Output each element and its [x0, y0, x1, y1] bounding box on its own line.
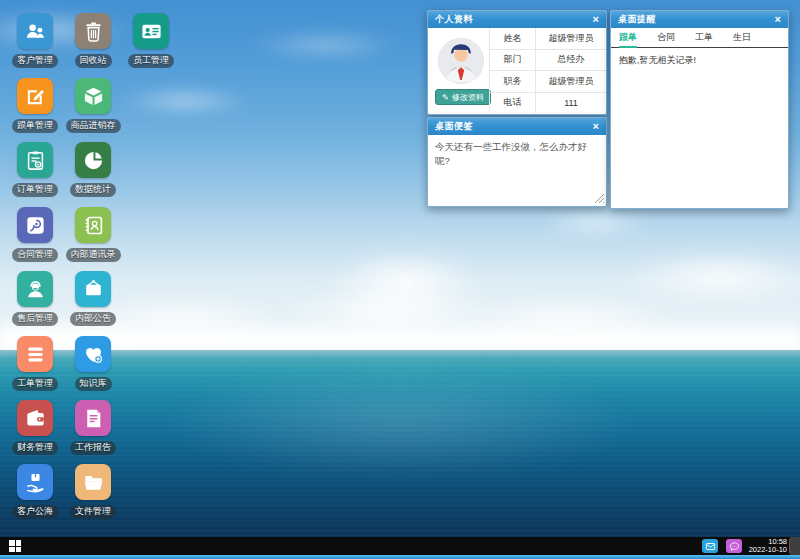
desktop-icon-contacts[interactable]: 内部通讯录 [64, 207, 122, 262]
desktop-icon-label: 员工管理 [128, 54, 174, 68]
desktop-icon-file-management[interactable]: 文件管理 [64, 464, 122, 519]
profile-field-value: 总经办 [536, 53, 606, 66]
desktop-icon-work-order[interactable]: 工单管理 [6, 336, 64, 391]
show-desktop-button[interactable] [790, 537, 800, 555]
finance-icon [17, 400, 53, 436]
profile-panel-title: 个人资料 [435, 13, 473, 26]
desktop-icon-employee-management[interactable]: 员工管理 [122, 13, 180, 68]
taskbar-date: 2022-10-10 [749, 546, 787, 554]
desktop-icon-statistics[interactable]: 数据统计 [64, 142, 122, 197]
desktop-icon-label: 客户管理 [12, 54, 58, 68]
desktop-icon-customer-management[interactable]: 客户管理 [6, 13, 64, 68]
contacts-icon [75, 207, 111, 243]
work-report-icon [75, 400, 111, 436]
desktop-icon-label: 内部通讯录 [66, 248, 121, 262]
follow-up-management-icon [17, 78, 53, 114]
profile-field-value: 超级管理员 [536, 32, 606, 45]
desktop-icon-announcement[interactable]: 内部公告 [64, 271, 122, 326]
reminder-tabs: 跟单合同工单生日 [611, 28, 788, 48]
contract-management-icon [17, 207, 53, 243]
profile-field-label: 部门 [490, 50, 536, 71]
desktop-icon-label: 跟单管理 [12, 119, 58, 133]
avatar [438, 38, 484, 84]
profile-field-row: 电话111 [490, 93, 606, 114]
profile-panel-header[interactable]: 个人资料 × [428, 11, 606, 28]
profile-field-label: 电话 [490, 93, 536, 114]
desktop-icon-recycle-bin[interactable]: 回收站 [64, 13, 122, 68]
close-icon[interactable]: × [593, 121, 599, 132]
mail-tray-icon[interactable] [702, 539, 718, 553]
profile-field-row: 姓名超级管理员 [490, 28, 606, 50]
desktop-icon-customer-pool[interactable]: 客户公海 [6, 464, 64, 519]
memo-panel-header[interactable]: 桌面便签 × [428, 118, 606, 135]
after-sales-icon [17, 271, 53, 307]
desktop-icon-label: 商品进销存 [66, 119, 121, 133]
memo-text-area[interactable]: 今天还有一些工作没做，怎么办才好呢? [428, 135, 606, 205]
desktop-screen: 客户管理回收站员工管理跟单管理商品进销存订单管理数据统计合同管理内部通讯录售后管… [0, 0, 800, 559]
edit-profile-button[interactable]: ✎ 修改资料 [435, 89, 491, 105]
close-icon[interactable]: × [775, 14, 781, 25]
file-management-icon [75, 464, 111, 500]
memo-panel-title: 桌面便签 [435, 120, 473, 133]
profile-table: 姓名超级管理员部门总经办职务超级管理员电话111 [489, 28, 606, 113]
desktop-icon-label: 知识库 [75, 377, 112, 391]
desktop-icon-label: 售后管理 [12, 312, 58, 326]
reminder-tab-follow-up[interactable]: 跟单 [619, 28, 637, 48]
statistics-icon [75, 142, 111, 178]
desktop-icon-label: 内部公告 [70, 312, 116, 326]
recycle-bin-icon [75, 13, 111, 49]
desktop-icon-label: 工单管理 [12, 377, 58, 391]
order-management-icon [17, 142, 53, 178]
close-icon[interactable]: × [593, 14, 599, 25]
customer-pool-icon [17, 464, 53, 500]
reminder-tab-birthday[interactable]: 生日 [733, 28, 751, 48]
bottom-accent-strip [0, 555, 800, 559]
desktop-icon-label: 回收站 [75, 54, 112, 68]
reminder-tab-contract[interactable]: 合同 [657, 28, 675, 48]
knowledge-base-icon [75, 336, 111, 372]
desktop-icon-order-management[interactable]: 订单管理 [6, 142, 64, 197]
edit-profile-label: 修改资料 [452, 92, 484, 103]
profile-field-label: 姓名 [490, 28, 536, 49]
profile-field-row: 部门总经办 [490, 50, 606, 72]
desktop-icon-label: 工作报告 [70, 441, 116, 455]
profile-field-value: 111 [536, 98, 606, 108]
desktop-icon-label: 客户公海 [12, 505, 58, 519]
desktop-icon-after-sales[interactable]: 售后管理 [6, 271, 64, 326]
taskbar-clock[interactable]: 10:58 2022-10-10 [749, 538, 787, 554]
desktop-icon-contract-management[interactable]: 合同管理 [6, 207, 64, 262]
memo-panel: 桌面便签 × 今天还有一些工作没做，怎么办才好呢? [427, 117, 607, 207]
employee-management-icon [133, 13, 169, 49]
desktop-icon-label: 合同管理 [12, 248, 58, 262]
desktop-icon-finance[interactable]: 财务管理 [6, 400, 64, 455]
edit-icon: ✎ [442, 93, 449, 102]
work-order-icon [17, 336, 53, 372]
reminder-empty-message: 抱歉,暂无相关记录! [611, 48, 788, 73]
desktop-icon-inventory[interactable]: 商品进销存 [64, 78, 122, 133]
reminder-tab-work-order[interactable]: 工单 [695, 28, 713, 48]
profile-field-value: 超级管理员 [536, 75, 606, 88]
inventory-icon [75, 78, 111, 114]
chat-tray-icon[interactable] [726, 539, 742, 553]
profile-panel: 个人资料 × ✎ 修改资料 姓名超级管理员部门总经办职务超级管理员电话111 [427, 10, 607, 115]
reminder-panel: 桌面提醒 × 跟单合同工单生日 抱歉,暂无相关记录! [610, 10, 789, 209]
profile-field-label: 职务 [490, 71, 536, 92]
desktop-icon-label: 数据统计 [70, 183, 116, 197]
desktop-icon-knowledge-base[interactable]: 知识库 [64, 336, 122, 391]
profile-field-row: 职务超级管理员 [490, 71, 606, 93]
announcement-icon [75, 271, 111, 307]
desktop-icon-label: 订单管理 [12, 183, 58, 197]
desktop-icon-label: 财务管理 [12, 441, 58, 455]
desktop-icon-follow-up-management[interactable]: 跟单管理 [6, 78, 64, 133]
desktop-icon-work-report[interactable]: 工作报告 [64, 400, 122, 455]
customer-management-icon [17, 13, 53, 49]
windows-start-icon[interactable] [9, 540, 21, 552]
taskbar: 10:58 2022-10-10 [0, 537, 800, 555]
desktop-icon-label: 文件管理 [70, 505, 116, 519]
reminder-panel-header[interactable]: 桌面提醒 × [611, 11, 788, 28]
reminder-panel-title: 桌面提醒 [618, 13, 656, 26]
